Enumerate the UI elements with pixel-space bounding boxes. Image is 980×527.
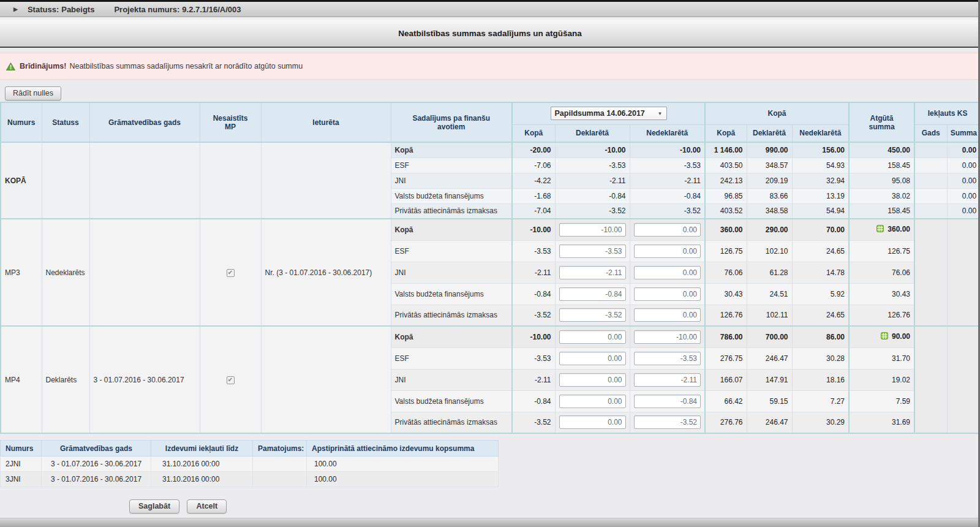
kopa-deklareta-value: 102.10 (747, 240, 792, 262)
deklareta-input[interactable] (559, 266, 626, 279)
papild-kopa-value: -1.68 (512, 188, 555, 203)
finance-source-label: ESF (391, 157, 512, 173)
papild-kopa-value: -7.04 (512, 203, 555, 219)
kopa-nedeklareta-value: 32.94 (792, 173, 849, 188)
nedeklareta-input[interactable] (634, 415, 701, 429)
kopa-nedeklareta-value: 5.92 (792, 283, 849, 305)
papild-nedeklareta-cell (630, 390, 705, 412)
finance-source-label: ESF (391, 347, 512, 369)
atguta-summa-value: 90.00 (892, 332, 910, 341)
section-kopa: KOPĀ Kopā -20.00 -10.00 -10.00 1 146.00 … (1, 142, 980, 219)
nedeklareta-input[interactable] (634, 266, 701, 279)
deklareta-input[interactable] (559, 308, 626, 322)
nedeklareta-input[interactable] (634, 352, 701, 365)
papild-kopa-value: -4.22 (512, 173, 555, 188)
papild-deklareta-value: -0.84 (555, 188, 630, 203)
status-value: Pabeigts (61, 5, 94, 14)
gads-value: 3 - 01.07.2016 - 30.06.2017 (42, 472, 151, 487)
nedeklareta-input[interactable] (634, 395, 701, 408)
nedeklareta-input[interactable] (634, 245, 701, 258)
papild-nedeklareta-cell (630, 262, 705, 283)
nedeklareta-input[interactable] (634, 330, 701, 344)
warning-banner: Brīdinājums! Neatbilstības summas sadalī… (0, 53, 980, 80)
section-nesaistits-mp: ✔ (200, 219, 261, 326)
show-zeros-button[interactable]: Rādīt nulles (5, 86, 61, 100)
expand-arrow-icon[interactable]: ▶ (13, 6, 18, 12)
nedeklareta-input[interactable] (634, 308, 701, 322)
deklareta-input[interactable] (559, 395, 626, 408)
atguta-summa-value: 360.00 (888, 225, 910, 233)
kopa-nedeklareta-value: 13.19 (792, 188, 849, 203)
nesaistits-mp-checkbox[interactable]: ✔ (227, 269, 235, 277)
papild-nedeklareta-value: -3.53 (630, 157, 705, 173)
papildsumma-select[interactable]: Papildsumma 14.06.2017 ▼ (551, 107, 667, 120)
col-header-sadalijums: Sadalījums pa finanšu avotiem (391, 102, 512, 142)
kopa-deklareta-value: 209.19 (747, 173, 792, 188)
kopa-deklareta-value: 147.91 (747, 369, 792, 390)
deklareta-input[interactable] (559, 352, 626, 365)
papild-deklareta-cell (555, 262, 630, 283)
papild-nedeklareta-cell (630, 326, 705, 347)
section-status (42, 142, 89, 219)
calculator-icon (876, 225, 884, 234)
gads-value: 3 - 01.07.2016 - 30.06.2017 (42, 457, 151, 472)
col-header-gads: Grāmatvedības gads (42, 441, 151, 457)
papild-kopa-value: -0.84 (512, 283, 555, 305)
col-header-numurs: Numurs (1, 441, 42, 457)
nedeklareta-input[interactable] (634, 287, 701, 301)
section-mp3: MP3 Nedeklarēts ✔ Nr. (3 - 01.07.2016 - … (1, 219, 980, 326)
kopa-group-header: Kopā (705, 102, 849, 124)
finance-source-label: ESF (391, 240, 512, 262)
kopa-kopa-value: 126.75 (705, 240, 747, 262)
atguta-summa-value: 158.45 (849, 157, 914, 173)
nedeklareta-input[interactable] (634, 373, 701, 387)
papild-kopa-value: -0.84 (512, 390, 555, 412)
ks-gads-cell (914, 203, 947, 219)
cancel-button[interactable]: Atcelt (187, 499, 227, 514)
atguta-summa-value: 31.70 (849, 347, 914, 369)
papild-deklareta-cell (555, 326, 630, 347)
papild-deklareta-value: -10.00 (555, 142, 630, 157)
finance-source-label: Kopā (391, 219, 512, 240)
papild-kopa-value: -3.53 (512, 240, 555, 262)
finance-source-label: Valsts budžeta finansējums (391, 188, 512, 203)
papild-nedeklareta-cell (630, 305, 705, 326)
papild-kopa-value: -20.00 (512, 142, 555, 157)
kopa-deklareta-value: 83.66 (747, 188, 792, 203)
kopa-nedeklareta-value: 7.27 (792, 390, 849, 412)
subheader-kopa-nedeklareta: Nedeklarētā (792, 124, 849, 142)
section-gads (89, 142, 200, 219)
kopa-nedeklareta-value: 24.65 (792, 240, 849, 262)
kopa-kopa-value: 786.00 (705, 326, 747, 347)
col-header-atguta-summa: Atgūtā summa (849, 102, 914, 142)
nedeklareta-input[interactable] (634, 223, 701, 237)
papild-nedeklareta-value: -0.84 (630, 188, 705, 203)
table-row: 2JNI 3 - 01.07.2016 - 30.06.2017 31.10.2… (1, 457, 499, 472)
papild-deklareta-value: -3.52 (555, 203, 630, 219)
papild-nedeklareta-value: -2.11 (630, 173, 705, 188)
col-header-numurs: Numurs (1, 102, 42, 142)
save-button[interactable]: Saglabāt (129, 499, 179, 514)
atguta-summa-value: 450.00 (849, 142, 914, 157)
subheader-papild-kopa: Kopā (512, 124, 555, 142)
deklareta-input[interactable] (559, 245, 626, 258)
papild-deklareta-cell (555, 305, 630, 326)
papild-nedeklareta-cell (630, 369, 705, 390)
finance-source-label: Privātās attiecināmās izmaksas (391, 412, 512, 433)
ks-gads-cell (914, 173, 947, 188)
papild-nedeklareta-cell (630, 240, 705, 262)
col-header-gads: Grāmatvedības gads (89, 102, 200, 142)
deklareta-input[interactable] (559, 373, 626, 387)
deklareta-input[interactable] (559, 330, 626, 344)
kopsumma-value: 100.00 (307, 457, 499, 472)
deklareta-input[interactable] (559, 223, 626, 237)
project-number-value: 9.2.7.1/16/A/003 (182, 5, 241, 14)
atguta-summa-value: 31.69 (849, 412, 914, 433)
kopa-deklareta-value: 990.00 (747, 142, 792, 157)
papild-deklareta-cell (555, 390, 630, 412)
kopa-kopa-value: 242.13 (705, 173, 747, 188)
deklareta-input[interactable] (559, 287, 626, 301)
nesaistits-mp-checkbox[interactable]: ✔ (227, 376, 235, 384)
kopa-deklareta-value: 246.47 (747, 412, 792, 433)
deklareta-input[interactable] (559, 415, 626, 429)
